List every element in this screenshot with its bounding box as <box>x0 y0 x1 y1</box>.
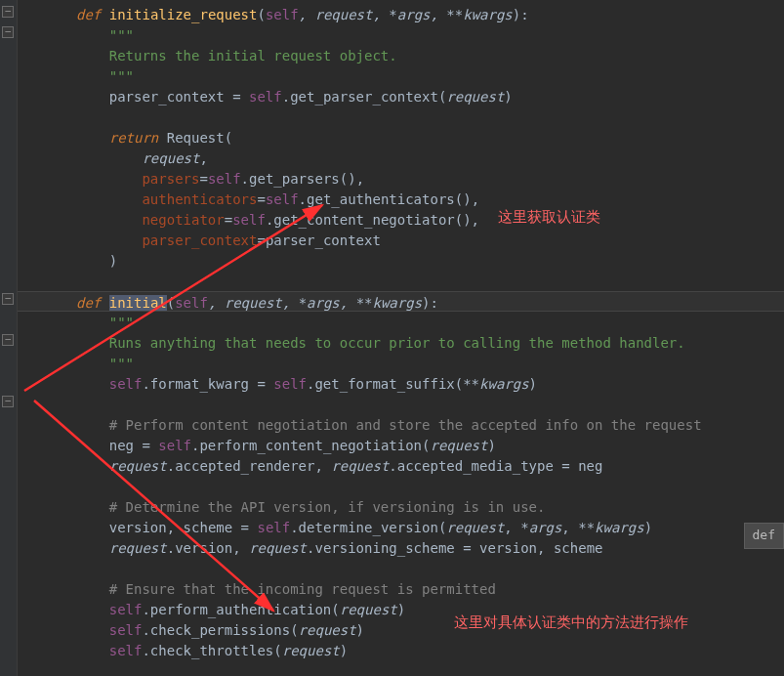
keyword-def: def <box>76 7 101 22</box>
param-args: args <box>397 7 431 22</box>
fold-marker[interactable] <box>2 396 14 407</box>
keyword-return: return <box>109 130 159 146</box>
param-request: request <box>314 7 372 22</box>
comment: # Determine the API version, if versioni… <box>109 499 546 515</box>
docstring: Runs anything that needs to occur prior … <box>109 335 685 351</box>
fold-gutter <box>0 0 18 676</box>
docstring: """ <box>109 315 134 330</box>
fold-marker[interactable] <box>2 6 14 18</box>
code-hint-popup: def <box>744 523 784 549</box>
docstring: """ <box>109 356 134 371</box>
comment: # Perform content negotiation and store … <box>109 417 702 433</box>
comment: # Ensure that the incoming request is pe… <box>109 581 496 597</box>
keyword-def: def <box>76 295 101 311</box>
docstring: """ <box>109 68 134 84</box>
fold-marker[interactable] <box>2 26 14 38</box>
function-name: initialize_request <box>109 7 258 22</box>
param-self: self <box>266 7 299 22</box>
param-kwargs: kwargs <box>463 7 513 22</box>
fold-marker[interactable] <box>2 293 14 305</box>
docstring: Returns the initial request object. <box>109 48 397 63</box>
code-editor[interactable]: def initialize_request(self, request, *a… <box>0 0 784 676</box>
docstring: """ <box>109 27 134 43</box>
annotation-text-2: 这里对具体认证类中的方法进行操作 <box>454 611 688 634</box>
active-line[interactable]: def initial(self, request, *args, **kwar… <box>18 291 784 312</box>
annotation-text-1: 这里获取认证类 <box>498 205 600 229</box>
fold-marker[interactable] <box>2 334 14 346</box>
code-content[interactable]: def initialize_request(self, request, *a… <box>18 0 784 676</box>
function-name-initial: initial <box>109 295 167 311</box>
paren: ( <box>257 7 265 22</box>
